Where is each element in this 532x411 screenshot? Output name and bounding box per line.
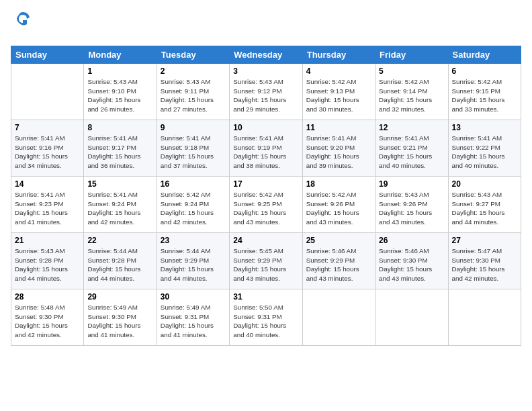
calendar-cell: 15Sunrise: 5:41 AM Sunset: 9:24 PM Dayli… bbox=[84, 176, 157, 232]
calendar-cell: 13Sunrise: 5:41 AM Sunset: 9:22 PM Dayli… bbox=[448, 120, 521, 176]
day-number: 31 bbox=[233, 292, 298, 302]
weekday-header-sunday: Sunday bbox=[11, 46, 84, 63]
weekday-header-thursday: Thursday bbox=[302, 46, 375, 63]
day-number: 28 bbox=[15, 292, 80, 302]
day-number: 3 bbox=[233, 66, 298, 76]
day-number: 24 bbox=[233, 236, 298, 245]
day-number: 30 bbox=[161, 292, 226, 302]
day-info: Sunrise: 5:43 AM Sunset: 9:27 PM Dayligh… bbox=[452, 190, 517, 227]
calendar-cell: 24Sunrise: 5:45 AM Sunset: 9:29 PM Dayli… bbox=[230, 232, 302, 289]
day-number: 15 bbox=[87, 179, 152, 189]
day-info: Sunrise: 5:41 AM Sunset: 9:17 PM Dayligh… bbox=[87, 134, 152, 171]
calendar-cell: 17Sunrise: 5:42 AM Sunset: 9:25 PM Dayli… bbox=[230, 176, 302, 232]
calendar-cell: 23Sunrise: 5:44 AM Sunset: 9:29 PM Dayli… bbox=[157, 232, 229, 289]
calendar-cell bbox=[375, 289, 448, 345]
day-info: Sunrise: 5:45 AM Sunset: 9:29 PM Dayligh… bbox=[233, 246, 298, 283]
day-number: 19 bbox=[379, 179, 444, 189]
calendar-week-4: 21Sunrise: 5:43 AM Sunset: 9:28 PM Dayli… bbox=[11, 232, 521, 289]
calendar-cell: 22Sunrise: 5:44 AM Sunset: 9:28 PM Dayli… bbox=[84, 232, 157, 289]
day-info: Sunrise: 5:43 AM Sunset: 9:10 PM Dayligh… bbox=[87, 77, 152, 114]
day-info: Sunrise: 5:41 AM Sunset: 9:21 PM Dayligh… bbox=[379, 134, 444, 171]
day-info: Sunrise: 5:42 AM Sunset: 9:14 PM Dayligh… bbox=[379, 77, 444, 114]
day-number: 4 bbox=[306, 66, 371, 76]
day-number: 2 bbox=[161, 66, 226, 76]
day-number: 22 bbox=[87, 236, 152, 245]
calendar-cell: 7Sunrise: 5:41 AM Sunset: 9:16 PM Daylig… bbox=[11, 120, 84, 176]
weekday-header-friday: Friday bbox=[375, 46, 448, 63]
day-info: Sunrise: 5:41 AM Sunset: 9:22 PM Dayligh… bbox=[452, 134, 517, 171]
calendar-cell: 21Sunrise: 5:43 AM Sunset: 9:28 PM Dayli… bbox=[11, 232, 84, 289]
day-number: 13 bbox=[452, 123, 517, 132]
page-container: SundayMondayTuesdayWednesdayThursdayFrid… bbox=[0, 0, 532, 353]
calendar-cell: 31Sunrise: 5:50 AM Sunset: 9:31 PM Dayli… bbox=[230, 289, 302, 345]
calendar-cell: 29Sunrise: 5:49 AM Sunset: 9:30 PM Dayli… bbox=[84, 289, 157, 345]
day-number: 12 bbox=[379, 123, 444, 132]
day-number: 5 bbox=[379, 66, 444, 76]
weekday-header-wednesday: Wednesday bbox=[230, 46, 302, 63]
calendar-week-5: 28Sunrise: 5:48 AM Sunset: 9:30 PM Dayli… bbox=[11, 289, 521, 345]
calendar-cell: 30Sunrise: 5:49 AM Sunset: 9:31 PM Dayli… bbox=[157, 289, 229, 345]
calendar-cell: 11Sunrise: 5:41 AM Sunset: 9:20 PM Dayli… bbox=[302, 120, 375, 176]
day-info: Sunrise: 5:42 AM Sunset: 9:13 PM Dayligh… bbox=[306, 77, 371, 114]
day-number: 17 bbox=[233, 179, 298, 189]
day-info: Sunrise: 5:43 AM Sunset: 9:26 PM Dayligh… bbox=[379, 190, 444, 227]
day-info: Sunrise: 5:46 AM Sunset: 9:30 PM Dayligh… bbox=[379, 246, 444, 283]
calendar-cell: 18Sunrise: 5:42 AM Sunset: 9:26 PM Dayli… bbox=[302, 176, 375, 232]
day-info: Sunrise: 5:42 AM Sunset: 9:24 PM Dayligh… bbox=[161, 190, 226, 227]
calendar-cell: 9Sunrise: 5:41 AM Sunset: 9:18 PM Daylig… bbox=[157, 120, 229, 176]
calendar-cell: 20Sunrise: 5:43 AM Sunset: 9:27 PM Dayli… bbox=[448, 176, 521, 232]
day-info: Sunrise: 5:50 AM Sunset: 9:31 PM Dayligh… bbox=[233, 303, 298, 340]
day-number: 11 bbox=[306, 123, 371, 132]
day-number: 6 bbox=[452, 66, 517, 76]
day-number: 1 bbox=[87, 66, 152, 76]
day-number: 23 bbox=[161, 236, 226, 245]
day-info: Sunrise: 5:49 AM Sunset: 9:30 PM Dayligh… bbox=[87, 303, 152, 340]
calendar-cell: 2Sunrise: 5:43 AM Sunset: 9:11 PM Daylig… bbox=[157, 63, 229, 120]
calendar-week-3: 14Sunrise: 5:41 AM Sunset: 9:23 PM Dayli… bbox=[11, 176, 521, 232]
day-info: Sunrise: 5:44 AM Sunset: 9:29 PM Dayligh… bbox=[161, 246, 226, 283]
day-number: 29 bbox=[87, 292, 152, 302]
day-number: 26 bbox=[379, 236, 444, 245]
calendar-cell: 26Sunrise: 5:46 AM Sunset: 9:30 PM Dayli… bbox=[375, 232, 448, 289]
day-info: Sunrise: 5:41 AM Sunset: 9:16 PM Dayligh… bbox=[15, 134, 80, 171]
day-info: Sunrise: 5:41 AM Sunset: 9:18 PM Dayligh… bbox=[161, 134, 226, 171]
day-number: 9 bbox=[161, 123, 226, 132]
day-info: Sunrise: 5:43 AM Sunset: 9:12 PM Dayligh… bbox=[233, 77, 298, 114]
calendar-cell: 14Sunrise: 5:41 AM Sunset: 9:23 PM Dayli… bbox=[11, 176, 84, 232]
day-number: 21 bbox=[15, 236, 80, 245]
calendar-cell: 25Sunrise: 5:46 AM Sunset: 9:29 PM Dayli… bbox=[302, 232, 375, 289]
calendar-cell: 4Sunrise: 5:42 AM Sunset: 9:13 PM Daylig… bbox=[302, 63, 375, 120]
calendar-cell bbox=[11, 63, 84, 120]
calendar-cell: 19Sunrise: 5:43 AM Sunset: 9:26 PM Dayli… bbox=[375, 176, 448, 232]
calendar-cell: 10Sunrise: 5:41 AM Sunset: 9:19 PM Dayli… bbox=[230, 120, 302, 176]
calendar-table: SundayMondayTuesdayWednesdayThursdayFrid… bbox=[11, 46, 521, 346]
day-info: Sunrise: 5:48 AM Sunset: 9:30 PM Dayligh… bbox=[15, 303, 80, 340]
day-info: Sunrise: 5:43 AM Sunset: 9:28 PM Dayligh… bbox=[15, 246, 80, 283]
calendar-cell: 8Sunrise: 5:41 AM Sunset: 9:17 PM Daylig… bbox=[84, 120, 157, 176]
day-number: 7 bbox=[15, 123, 80, 132]
day-info: Sunrise: 5:41 AM Sunset: 9:19 PM Dayligh… bbox=[233, 134, 298, 171]
day-info: Sunrise: 5:47 AM Sunset: 9:30 PM Dayligh… bbox=[452, 246, 517, 283]
day-info: Sunrise: 5:42 AM Sunset: 9:25 PM Dayligh… bbox=[233, 190, 298, 227]
logo bbox=[11, 9, 32, 42]
calendar-cell: 1Sunrise: 5:43 AM Sunset: 9:10 PM Daylig… bbox=[84, 63, 157, 120]
calendar-cell: 12Sunrise: 5:41 AM Sunset: 9:21 PM Dayli… bbox=[375, 120, 448, 176]
day-info: Sunrise: 5:41 AM Sunset: 9:24 PM Dayligh… bbox=[87, 190, 152, 227]
header bbox=[11, 7, 521, 42]
day-info: Sunrise: 5:44 AM Sunset: 9:28 PM Dayligh… bbox=[87, 246, 152, 283]
calendar-week-2: 7Sunrise: 5:41 AM Sunset: 9:16 PM Daylig… bbox=[11, 120, 521, 176]
day-number: 16 bbox=[161, 179, 226, 189]
day-info: Sunrise: 5:43 AM Sunset: 9:11 PM Dayligh… bbox=[161, 77, 226, 114]
calendar-cell: 28Sunrise: 5:48 AM Sunset: 9:30 PM Dayli… bbox=[11, 289, 84, 345]
calendar-cell: 3Sunrise: 5:43 AM Sunset: 9:12 PM Daylig… bbox=[230, 63, 302, 120]
calendar-cell bbox=[302, 289, 375, 345]
weekday-header-saturday: Saturday bbox=[448, 46, 521, 63]
day-info: Sunrise: 5:41 AM Sunset: 9:20 PM Dayligh… bbox=[306, 134, 371, 171]
logo-icon bbox=[13, 9, 32, 28]
day-number: 20 bbox=[452, 179, 517, 189]
day-info: Sunrise: 5:42 AM Sunset: 9:15 PM Dayligh… bbox=[452, 77, 517, 114]
day-number: 27 bbox=[452, 236, 517, 245]
day-info: Sunrise: 5:46 AM Sunset: 9:29 PM Dayligh… bbox=[306, 246, 371, 283]
weekday-header-monday: Monday bbox=[84, 46, 157, 63]
day-number: 14 bbox=[15, 179, 80, 189]
